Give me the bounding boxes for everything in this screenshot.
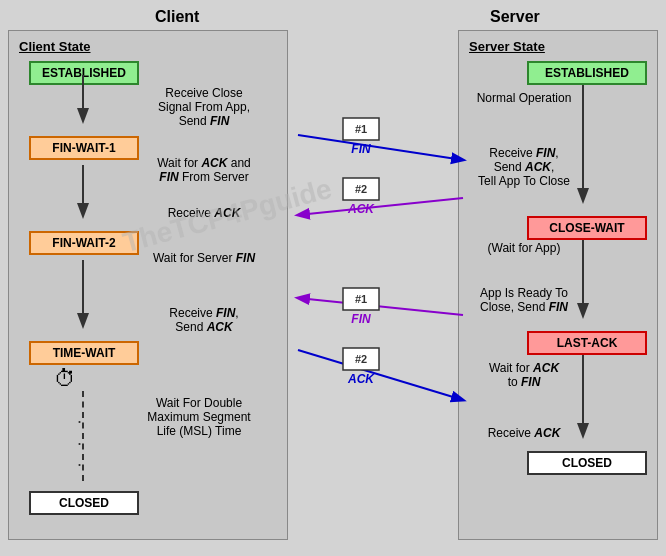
svg-text:#1: #1 [355,123,367,135]
client-label-step2: Wait for ACK and FIN From Server [139,156,269,184]
server-state-title: Server State [469,39,545,54]
client-timewait-state: TIME-WAIT [29,341,139,365]
server-label-step3: (Wait for App) [464,241,584,255]
svg-text:ACK: ACK [347,372,375,386]
main-container: Client Server Client State ESTABLISHED R… [0,0,666,556]
client-label-step1: Receive Close Signal From App, Send FIN [139,86,269,128]
svg-line-6 [298,135,463,160]
client-closed-state: CLOSED [29,491,139,515]
server-panel: Server State ESTABLISHED Normal Operatio… [458,30,658,540]
client-finwait1-state: FIN-WAIT-1 [29,136,139,160]
client-label-step5: Receive FIN, Send ACK [139,306,269,334]
svg-rect-19 [343,348,379,370]
svg-rect-15 [343,288,379,310]
server-label-step6: Receive ACK [464,426,584,440]
client-finwait2-state: FIN-WAIT-2 [29,231,139,255]
client-state-title: Client State [19,39,91,54]
server-label-step4: App Is Ready To Close, Send FIN [464,286,584,314]
client-label-step3: Receive ACK [139,206,269,220]
svg-line-18 [298,350,463,400]
client-header: Client [155,8,199,26]
svg-text:#1: #1 [355,293,367,305]
svg-rect-11 [343,178,379,200]
client-panel: Client State ESTABLISHED Receive Close S… [8,30,288,540]
svg-rect-7 [343,118,379,140]
svg-line-10 [298,198,463,215]
dashed-line [82,391,84,481]
server-label-step1: Normal Operation [464,91,584,105]
dots: ··· [77,411,82,476]
server-header: Server [490,8,540,26]
server-closed-state: CLOSED [527,451,647,475]
client-label-step4: Wait for Server FIN [139,251,269,265]
svg-text:#2: #2 [355,353,367,365]
server-label-step2: Receive FIN, Send ACK, Tell App To Close [464,146,584,188]
svg-text:#2: #2 [355,183,367,195]
client-title: Client [155,8,199,25]
client-label-step6: Wait For Double Maximum Segment Life (MS… [129,396,269,438]
client-established-state: ESTABLISHED [29,61,139,85]
svg-text:FIN: FIN [351,142,371,156]
timer-icon: ⏱ [54,366,76,392]
server-title: Server [490,8,540,25]
svg-line-14 [298,298,463,315]
svg-text:ACK: ACK [347,202,375,216]
server-closewait-state: CLOSE-WAIT [527,216,647,240]
svg-text:FIN: FIN [351,312,371,326]
server-label-step5: Wait for ACK to FIN [464,361,584,389]
server-established-state: ESTABLISHED [527,61,647,85]
server-lastack-state: LAST-ACK [527,331,647,355]
